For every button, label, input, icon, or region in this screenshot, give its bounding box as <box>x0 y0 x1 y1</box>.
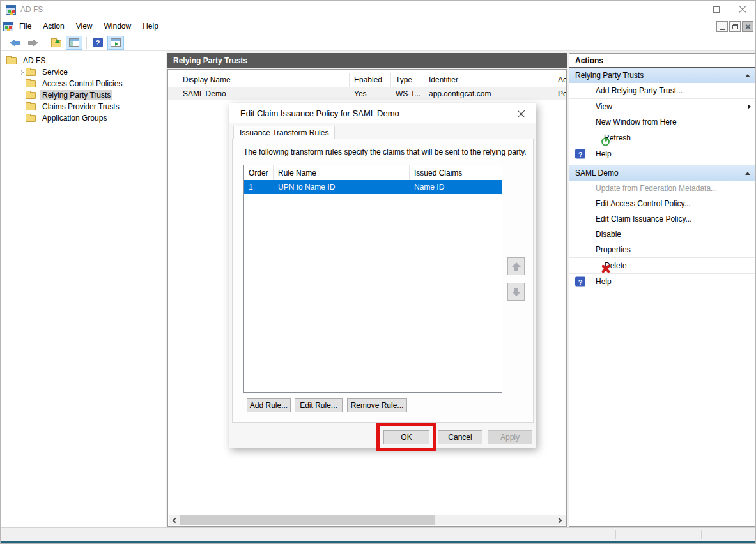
back-button[interactable] <box>6 36 23 50</box>
folder-icon <box>6 57 17 64</box>
column-enabled[interactable]: Enabled <box>350 73 391 87</box>
action-edit-claim-issuance-policy[interactable]: Edit Claim Issuance Policy... <box>569 211 756 227</box>
tree-item-service[interactable]: Service <box>1 66 166 78</box>
column-identifier[interactable]: Identifier <box>424 73 553 87</box>
move-rule-up-button <box>507 257 525 275</box>
toolbar-separator <box>86 37 87 49</box>
forward-button[interactable] <box>24 36 41 50</box>
window-title: AD FS <box>20 5 43 14</box>
console-tree-panel: AD FS Service Access Control Policies Re… <box>1 51 166 527</box>
collapse-arrow-icon <box>745 74 750 77</box>
up-one-level-button[interactable] <box>48 36 65 50</box>
action-label: Properties <box>596 245 631 254</box>
show-action-pane-button[interactable] <box>107 36 124 50</box>
folder-icon <box>26 103 36 110</box>
help-icon: ? <box>93 38 103 47</box>
menu-action[interactable]: Action <box>37 19 70 33</box>
mdi-restore-button[interactable] <box>729 21 741 32</box>
mdi-minimize-button[interactable] <box>716 21 728 32</box>
edit-rule-button[interactable]: Edit Rule... <box>295 398 343 412</box>
status-divider <box>615 530 616 539</box>
mdi-minimize-icon <box>720 29 725 30</box>
tree-item-claims-provider-trusts[interactable]: Claims Provider Trusts <box>1 101 166 112</box>
scrollbar-thumb[interactable] <box>180 515 435 525</box>
column-display-name[interactable]: Display Name <box>168 73 350 87</box>
dialog-title-bar: Edit Claim Issuance Policy for SAML Demo <box>229 103 536 123</box>
action-help-saml-demo[interactable]: ? Help <box>569 274 756 289</box>
help-icon: ? <box>575 277 585 287</box>
action-label: Edit Access Control Policy... <box>596 199 691 208</box>
minimize-button[interactable] <box>677 1 703 19</box>
tree-item-label: Access Control Policies <box>40 79 124 89</box>
folder-icon <box>26 92 36 99</box>
chevron-left-icon <box>173 517 178 522</box>
horizontal-scrollbar[interactable] <box>169 515 566 525</box>
cancel-button[interactable]: Cancel <box>438 430 482 444</box>
action-new-window-from-here[interactable]: New Window from Here <box>569 114 756 130</box>
chevron-right-icon <box>557 517 562 522</box>
expand-chevron-icon[interactable] <box>17 71 26 74</box>
mdi-close-icon <box>745 24 751 29</box>
maximize-button[interactable] <box>703 1 729 19</box>
actions-panel: Actions Relying Party Trusts Add Relying… <box>569 53 756 527</box>
action-delete[interactable]: Delete <box>569 258 756 273</box>
arrow-up-icon <box>512 262 521 267</box>
tree-item-label: AD FS <box>21 56 47 66</box>
menu-file[interactable]: File <box>13 19 37 33</box>
show-console-tree-button[interactable] <box>66 36 82 50</box>
cell-enabled: Yes <box>350 89 391 98</box>
section-header-relying-party-trusts[interactable]: Relying Party Trusts <box>569 68 756 83</box>
delete-icon <box>601 264 610 273</box>
dialog-tab-page: The following transform rules specify th… <box>232 139 534 423</box>
minimize-icon <box>686 10 693 10</box>
tree-item-relying-party-trusts[interactable]: Relying Party Trusts <box>1 89 166 101</box>
action-help[interactable]: ? Help <box>569 146 756 162</box>
collapse-arrow-icon <box>745 172 750 175</box>
scroll-left-button[interactable] <box>169 515 180 525</box>
menu-window[interactable]: Window <box>98 19 137 33</box>
submenu-arrow-icon <box>748 104 751 109</box>
list-column-headers: Display Name Enabled Type Identifier Ac <box>168 73 566 87</box>
menu-help[interactable]: Help <box>137 19 164 33</box>
column-order[interactable]: Order <box>244 165 274 180</box>
column-issued-claims[interactable]: Issued Claims <box>410 165 502 180</box>
tab-issuance-transform-rules[interactable]: Issuance Transform Rules <box>233 126 335 139</box>
dialog-title: Edit Claim Issuance Policy for SAML Demo <box>240 109 399 118</box>
action-pane-icon <box>111 38 121 47</box>
table-row-saml-demo[interactable]: SAML Demo Yes WS-T... app.configcat.com … <box>168 87 566 100</box>
action-add-relying-party-trust[interactable]: Add Relying Party Trust... <box>569 83 756 98</box>
dialog-close-button[interactable] <box>511 106 530 121</box>
tree-item-application-groups[interactable]: Application Groups <box>1 112 166 124</box>
annotation-highlight-ok <box>376 423 436 451</box>
action-disable[interactable]: Disable <box>569 227 756 242</box>
tree-item-access-control-policies[interactable]: Access Control Policies <box>1 78 166 89</box>
mdi-close-button[interactable] <box>742 21 753 32</box>
scroll-right-button[interactable] <box>555 515 566 525</box>
action-label: Update from Federation Metadata... <box>596 184 717 193</box>
app-icon <box>6 5 16 15</box>
actions-title: Actions <box>569 54 756 68</box>
section-header-label: SAML Demo <box>575 169 619 178</box>
action-edit-access-control-policy[interactable]: Edit Access Control Policy... <box>569 196 756 211</box>
rule-row-selected[interactable]: 1 UPN to Name ID Name ID <box>244 180 502 194</box>
tree-item-label-selected: Relying Party Trusts <box>40 90 112 100</box>
column-access-control[interactable]: Ac <box>553 73 566 87</box>
column-rule-name[interactable]: Rule Name <box>274 165 410 180</box>
main-panel-header: Relying Party Trusts <box>167 53 567 68</box>
tree-item-adfs[interactable]: AD FS <box>1 55 166 66</box>
close-icon <box>517 110 525 118</box>
section-header-saml-demo[interactable]: SAML Demo <box>569 165 756 181</box>
refresh-icon <box>601 137 610 146</box>
menu-view[interactable]: View <box>70 19 98 33</box>
action-refresh[interactable]: Refresh <box>569 130 756 146</box>
help-icon: ? <box>575 149 585 159</box>
console-icon <box>3 22 13 31</box>
column-type[interactable]: Type <box>391 73 424 87</box>
cell-issued-claims: Name ID <box>410 183 502 192</box>
help-button[interactable]: ? <box>89 36 106 50</box>
remove-rule-button[interactable]: Remove Rule... <box>347 398 407 412</box>
action-view[interactable]: View <box>569 99 756 114</box>
add-rule-button[interactable]: Add Rule... <box>247 398 291 412</box>
action-properties[interactable]: Properties <box>569 242 756 257</box>
close-button[interactable] <box>729 1 755 19</box>
